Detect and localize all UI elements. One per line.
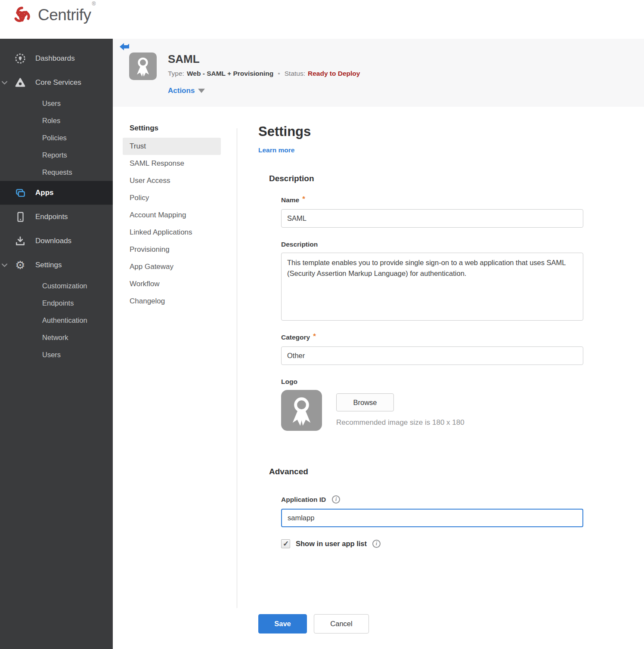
app-nav-heading: Settings — [123, 124, 221, 133]
sidebar-item-policies[interactable]: Policies — [0, 129, 113, 146]
sidebar-sublabel: Authentication — [42, 316, 87, 324]
sidebar-item-settings[interactable]: ⚙ Settings — [0, 253, 113, 277]
sidebar-item-requests[interactable]: Requests — [0, 164, 113, 181]
type-value: Web - SAML + Provisioning — [187, 70, 273, 77]
sidebar-sublabel: Customization — [42, 282, 87, 290]
sidebar-item-endpoints[interactable]: Endpoints — [0, 205, 113, 229]
sidebar-sublabel: Endpoints — [42, 299, 74, 307]
cancel-button[interactable]: Cancel — [314, 614, 369, 634]
sidebar-item-customization[interactable]: Customization — [0, 277, 113, 294]
name-input[interactable] — [281, 209, 583, 228]
app-logo-badge — [129, 53, 157, 80]
sidebar-label: Dashboards — [35, 54, 75, 63]
sidebar-sublabel: Requests — [42, 168, 72, 176]
logo-size-hint: Recommended image size is 180 x 180 — [336, 418, 464, 427]
meta-separator: • — [278, 70, 280, 77]
description-textarea[interactable]: This template enables you to provide sin… — [281, 253, 583, 321]
label-text: Description — [281, 241, 318, 248]
sidebar-label: Core Services — [35, 78, 81, 87]
nav-item-saml-response[interactable]: SAML Response — [123, 155, 221, 172]
endpoint-device-icon — [15, 211, 26, 223]
sidebar-item-settings-users[interactable]: Users — [0, 346, 113, 363]
logo-field-label: Logo — [281, 378, 585, 386]
app-header: SAML Type: Web - SAML + Provisioning • S… — [113, 39, 644, 107]
sidebar-item-downloads[interactable]: Downloads — [0, 229, 113, 253]
nav-item-account-mapping[interactable]: Account Mapping — [123, 207, 221, 224]
nav-item-linked-applications[interactable]: Linked Applications — [123, 224, 221, 241]
sidebar-item-reports[interactable]: Reports — [0, 146, 113, 164]
sidebar-label: Downloads — [35, 237, 71, 245]
brand-trademark: ® — [92, 1, 96, 7]
sidebar-sublabel: Users — [42, 351, 61, 359]
chevron-down-icon — [2, 79, 7, 87]
nav-item-app-gateway[interactable]: App Gateway — [123, 258, 221, 275]
sidebar-item-authentication[interactable]: Authentication — [0, 312, 113, 329]
sidebar-sublabel: Policies — [42, 134, 67, 142]
sidebar-item-users[interactable]: Users — [0, 95, 113, 112]
top-brand-bar: Centrify® — [0, 0, 644, 39]
label-text: Category — [281, 334, 310, 341]
sidebar-item-network[interactable]: Network — [0, 329, 113, 346]
app-logo-thumbnail — [281, 390, 322, 431]
form-buttons: Save Cancel — [258, 614, 585, 634]
chevron-down-icon — [198, 89, 205, 93]
chevron-down-icon — [2, 261, 7, 269]
content-area: Settings Trust SAML Response User Access… — [113, 107, 644, 649]
browse-button[interactable]: Browse — [336, 393, 394, 411]
nav-item-user-access[interactable]: User Access — [123, 172, 221, 189]
category-input[interactable] — [281, 346, 583, 365]
sidebar-item-dashboards[interactable]: Dashboards — [0, 46, 113, 71]
show-in-user-app-list-checkbox[interactable] — [281, 539, 290, 548]
vertical-divider — [237, 128, 237, 608]
save-button[interactable]: Save — [258, 614, 307, 634]
category-field-label: Category * — [281, 334, 585, 341]
nav-item-trust[interactable]: Trust — [123, 138, 221, 155]
sidebar: Dashboards Core Services Users Roles Pol… — [0, 39, 113, 649]
settings-form: Settings Learn more Description Name * D… — [258, 107, 585, 634]
name-field-label: Name * — [281, 196, 585, 204]
application-id-label-row: Application ID i — [281, 495, 585, 504]
nav-item-provisioning[interactable]: Provisioning — [123, 241, 221, 258]
label-text: Logo — [281, 378, 297, 386]
sidebar-item-core-services[interactable]: Core Services — [0, 71, 113, 95]
label-text: Application ID — [281, 496, 326, 504]
checkbox-label: Show in user app list — [296, 540, 367, 548]
app-meta-row: Type: Web - SAML + Provisioning • Status… — [168, 70, 360, 77]
sidebar-item-settings-endpoints[interactable]: Endpoints — [0, 294, 113, 312]
required-asterisk: * — [302, 195, 305, 203]
app-title: SAML — [168, 53, 200, 66]
page-title: Settings — [258, 124, 585, 139]
description-field-label: Description — [281, 241, 585, 248]
nav-item-changelog[interactable]: Changelog — [123, 293, 221, 310]
learn-more-link[interactable]: Learn more — [258, 146, 294, 154]
sidebar-label: Apps — [35, 189, 54, 197]
brand-name: Centrify — [38, 6, 91, 24]
sidebar-sublabel: Roles — [42, 117, 60, 125]
app-settings-nav: Settings Trust SAML Response User Access… — [123, 124, 221, 310]
application-id-input[interactable] — [281, 509, 583, 527]
sidebar-label: Settings — [35, 261, 62, 269]
status-label: Status: — [285, 70, 305, 77]
description-section-heading: Description — [269, 174, 585, 183]
gear-icon: ⚙ — [15, 260, 26, 271]
nav-item-policy[interactable]: Policy — [123, 189, 221, 207]
nav-item-workflow[interactable]: Workflow — [123, 275, 221, 293]
sidebar-sublabel: Network — [42, 334, 68, 342]
show-in-user-app-list-row: Show in user app list i — [281, 539, 585, 548]
logo-row: Browse Recommended image size is 180 x 1… — [281, 390, 585, 431]
sidebar-item-apps[interactable]: Apps — [0, 181, 113, 205]
back-arrow-icon[interactable] — [119, 42, 130, 53]
centrify-logo: Centrify® — [12, 5, 95, 25]
sidebar-sublabel: Users — [42, 99, 61, 108]
type-label: Type: — [168, 70, 184, 77]
advanced-section-heading: Advanced — [269, 467, 585, 476]
sidebar-label: Endpoints — [35, 213, 68, 221]
label-text: Name — [281, 196, 299, 204]
info-icon[interactable]: i — [332, 495, 340, 504]
sidebar-item-roles[interactable]: Roles — [0, 112, 113, 129]
sidebar-sublabel: Reports — [42, 151, 67, 159]
info-icon[interactable]: i — [372, 540, 381, 548]
apps-icon — [15, 187, 26, 198]
actions-dropdown[interactable]: Actions — [168, 87, 205, 95]
download-icon — [15, 235, 26, 247]
